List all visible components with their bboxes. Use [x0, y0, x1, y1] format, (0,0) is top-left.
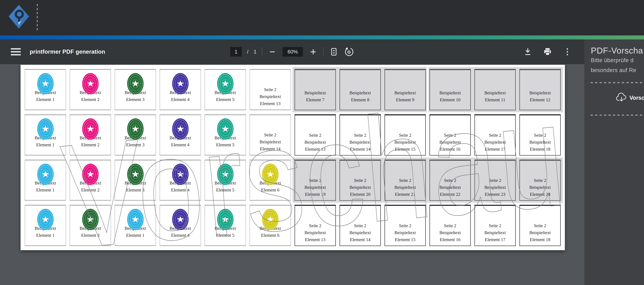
ornament-rosette-icon	[126, 118, 144, 141]
card-text-line: Element 15	[394, 236, 416, 243]
page-total: 1	[254, 49, 256, 55]
toolbar-divider	[323, 48, 324, 56]
card-text-line: Element 16	[440, 236, 461, 243]
card-text-line: Beispieltext	[484, 139, 506, 146]
card-text-line: Beispieltext	[350, 229, 371, 236]
card-text-line: Element 12	[529, 96, 551, 103]
card-text-line: Element 1	[34, 96, 56, 103]
card-text-line: Element 3	[124, 141, 146, 148]
label-card: Seite 2BeispieltextElement 13	[294, 205, 336, 246]
label-card: BeispieltextElement 12	[520, 69, 561, 110]
card-text-line: Element 5	[214, 186, 236, 193]
label-card: BeispieltextElement 10	[430, 69, 471, 110]
label-card: Seite 2BeispieltextElement 19	[294, 160, 336, 201]
card-text: Seite 2BeispieltextElement 14	[350, 132, 371, 153]
rotate-icon	[344, 47, 354, 57]
download-preview-button[interactable]: Vorsc	[616, 93, 644, 103]
card-text-line: Element 21	[394, 191, 416, 198]
card-text-line: Beispieltext	[484, 184, 506, 191]
ornament-rosette-icon	[216, 163, 234, 186]
card-text-line: Seite 2	[529, 177, 551, 184]
ornament-rosette-icon	[82, 72, 99, 96]
card-text-line: Seite 2	[440, 132, 461, 139]
ornament-rosette-icon	[82, 118, 99, 141]
card-text-line: Element 7	[304, 96, 326, 103]
card-text-line: Element 17	[484, 236, 506, 243]
download-preview-label: Vorsc	[630, 95, 644, 101]
card-text-line: Seite 2	[394, 177, 416, 184]
page-row: BeispieltextElement 1BeispieltextElement…	[25, 69, 561, 110]
card-text: Seite 2BeispieltextElement 18	[529, 222, 551, 243]
panel-instruction-line: Bitte überprüfe d	[591, 57, 634, 64]
card-text: Seite 2BeispieltextElement 16	[440, 132, 461, 153]
label-card: Seite 2BeispieltextElement 22	[430, 160, 471, 201]
card-text-line: Element 5	[214, 232, 236, 239]
fit-to-page-button[interactable]	[329, 47, 339, 57]
toolbar-divider	[262, 48, 262, 56]
zoom-in-button[interactable]	[308, 47, 318, 57]
app-window: printformer PDF generation 1 / 1 60%	[0, 0, 644, 285]
card-text-line: Seite 2	[304, 177, 326, 184]
card-text: Seite 2BeispieltextElement 15	[394, 132, 416, 153]
card-text-line: Seite 2	[529, 132, 551, 139]
menu-icon[interactable]	[11, 48, 21, 55]
card-text: Seite 2BeispieltextElement 22	[440, 177, 461, 198]
card-text-line: Seite 2	[440, 222, 461, 229]
card-text-line: Beispieltext	[304, 184, 326, 191]
label-card: BeispieltextElement 6	[250, 205, 291, 246]
card-text-line: Element 14	[350, 146, 371, 153]
page-number-input[interactable]: 1	[230, 47, 242, 57]
card-text-line: Element 23	[484, 191, 506, 198]
label-card: BeispieltextElement 1	[25, 114, 66, 156]
label-card: Seite 2BeispieltextElement 18	[520, 205, 561, 246]
label-card: BeispieltextElement 5	[204, 205, 246, 246]
label-card: BeispieltextElement 5	[204, 114, 246, 156]
card-text-line: Beispieltext	[529, 229, 551, 236]
label-card: BeispieltextElement 1	[115, 205, 156, 246]
card-text-line: Element 2	[80, 186, 101, 193]
ornament-rosette-icon	[36, 163, 54, 186]
more-options-button[interactable]	[562, 47, 572, 57]
print-button[interactable]	[542, 47, 552, 57]
card-text-line: Element 1	[34, 186, 56, 193]
card-text-line: Element 4	[170, 96, 191, 103]
card-text-line: Element 4	[170, 141, 191, 148]
pdf-preview-panel: PDF-Vorscha Bitte überprüfe d besonders …	[584, 40, 644, 285]
card-text-line: Seite 2	[350, 177, 371, 184]
ornament-rosette-icon	[216, 118, 234, 141]
label-card: BeispieltextElement 2	[70, 160, 111, 201]
zoom-level-input[interactable]: 60%	[282, 47, 303, 57]
card-text-line: Element 6	[260, 186, 281, 193]
card-text-line: Beispieltext	[350, 139, 371, 146]
pdf-viewport[interactable]: BeispieltextElement 1BeispieltextElement…	[0, 64, 584, 285]
ornament-rosette-icon	[82, 163, 99, 186]
card-text-line: Beispieltext	[304, 89, 326, 96]
rotate-button[interactable]	[344, 47, 354, 57]
card-text-line: Seite 2	[440, 177, 461, 184]
card-text-line: Element 1	[124, 232, 146, 239]
card-text-line: Element 14	[260, 145, 281, 152]
card-text-line: Element 11	[484, 96, 506, 103]
card-text-line: Element 19	[304, 191, 326, 198]
card-text-line: Seite 2	[350, 222, 371, 229]
card-text-line: Beispieltext	[394, 89, 416, 96]
plus-icon	[310, 49, 316, 55]
zoom-out-button[interactable]	[267, 47, 277, 57]
card-text: BeispieltextElement 8	[350, 89, 371, 103]
label-card: Seite 2BeispieltextElement 13	[250, 69, 291, 110]
printformer-logo-icon	[8, 4, 30, 31]
download-icon	[524, 48, 532, 56]
card-text-line: Seite 2	[260, 131, 281, 138]
label-card: Seite 2BeispieltextElement 15	[384, 114, 426, 156]
label-card: BeispieltextElement 8	[340, 69, 381, 110]
card-text-line: Element 1	[34, 232, 56, 239]
logo-divider	[37, 4, 38, 32]
download-button[interactable]	[523, 47, 533, 57]
card-text: Seite 2BeispieltextElement 13	[260, 86, 281, 107]
card-text-line: Element 4	[170, 186, 191, 193]
label-card: BeispieltextElement 5	[204, 69, 246, 110]
card-text-line: Element 5	[214, 141, 236, 148]
card-text: BeispieltextElement 7	[304, 89, 326, 103]
print-icon	[543, 47, 552, 56]
card-text-line: Element 5	[214, 96, 236, 103]
